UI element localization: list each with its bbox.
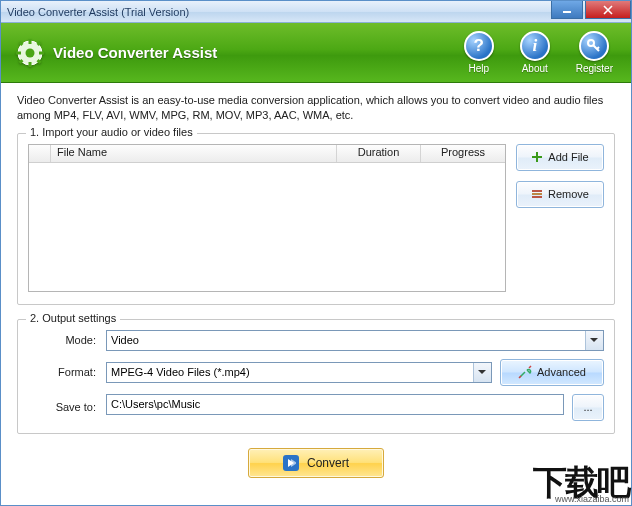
svg-rect-13 bbox=[532, 193, 542, 195]
svg-rect-4 bbox=[29, 62, 32, 67]
help-button[interactable]: ? Help bbox=[464, 31, 494, 74]
svg-rect-5 bbox=[16, 51, 21, 54]
about-button[interactable]: i About bbox=[520, 31, 550, 74]
plus-icon bbox=[531, 151, 543, 163]
svg-point-2 bbox=[26, 48, 35, 57]
col-filename[interactable]: File Name bbox=[51, 145, 337, 162]
svg-rect-0 bbox=[563, 11, 571, 13]
content-area: Video Converter Assist is an easy-to-use… bbox=[1, 83, 631, 486]
minimize-button[interactable] bbox=[551, 1, 583, 19]
header-bar: Video Converter Assist ? Help i About Re… bbox=[1, 23, 631, 83]
output-legend: 2. Output settings bbox=[26, 312, 120, 324]
header-actions: ? Help i About Register bbox=[464, 31, 613, 74]
app-window: Video Converter Assist (Trial Version) V… bbox=[0, 0, 632, 506]
info-icon: i bbox=[520, 31, 550, 61]
register-button[interactable]: Register bbox=[576, 31, 613, 74]
add-file-button[interactable]: Add File bbox=[516, 144, 604, 171]
remove-button[interactable]: Remove bbox=[516, 181, 604, 208]
app-name: Video Converter Assist bbox=[53, 44, 217, 61]
file-list-header: File Name Duration Progress bbox=[29, 145, 505, 163]
col-progress[interactable]: Progress bbox=[421, 145, 505, 162]
remove-label: Remove bbox=[548, 188, 589, 200]
col-blank[interactable] bbox=[29, 145, 51, 162]
gear-icon bbox=[15, 38, 45, 68]
window-controls bbox=[549, 1, 631, 22]
close-button[interactable] bbox=[585, 1, 631, 19]
browse-label: ... bbox=[583, 401, 592, 413]
svg-rect-12 bbox=[532, 190, 542, 192]
output-fieldset: 2. Output settings Mode: Format: Advance… bbox=[17, 319, 615, 434]
tools-icon bbox=[518, 365, 532, 379]
window-title: Video Converter Assist (Trial Version) bbox=[7, 6, 189, 18]
browse-button[interactable]: ... bbox=[572, 394, 604, 421]
remove-icon bbox=[531, 189, 543, 199]
advanced-button[interactable]: Advanced bbox=[500, 359, 604, 386]
advanced-label: Advanced bbox=[537, 366, 586, 378]
brand: Video Converter Assist bbox=[15, 38, 217, 68]
import-fieldset: 1. Import your audio or video files File… bbox=[17, 133, 615, 305]
svg-rect-3 bbox=[29, 39, 32, 44]
mode-label: Mode: bbox=[28, 334, 98, 346]
format-label: Format: bbox=[28, 366, 98, 378]
col-duration[interactable]: Duration bbox=[337, 145, 421, 162]
about-label: About bbox=[522, 63, 548, 74]
key-icon bbox=[579, 31, 609, 61]
add-file-label: Add File bbox=[548, 151, 588, 163]
help-label: Help bbox=[468, 63, 489, 74]
mode-select[interactable] bbox=[106, 330, 604, 351]
close-icon bbox=[603, 5, 613, 15]
description-text: Video Converter Assist is an easy-to-use… bbox=[17, 93, 615, 123]
minimize-icon bbox=[562, 6, 572, 14]
play-icon bbox=[283, 455, 299, 471]
svg-rect-14 bbox=[532, 196, 542, 198]
convert-label: Convert bbox=[307, 456, 349, 470]
format-select[interactable] bbox=[106, 362, 492, 383]
file-list[interactable]: File Name Duration Progress bbox=[28, 144, 506, 292]
saveto-label: Save to: bbox=[28, 401, 98, 413]
saveto-input[interactable] bbox=[106, 394, 564, 415]
titlebar: Video Converter Assist (Trial Version) bbox=[1, 1, 631, 23]
svg-rect-6 bbox=[39, 51, 44, 54]
convert-button[interactable]: Convert bbox=[248, 448, 384, 478]
import-legend: 1. Import your audio or video files bbox=[26, 126, 197, 138]
help-icon: ? bbox=[464, 31, 494, 61]
register-label: Register bbox=[576, 63, 613, 74]
